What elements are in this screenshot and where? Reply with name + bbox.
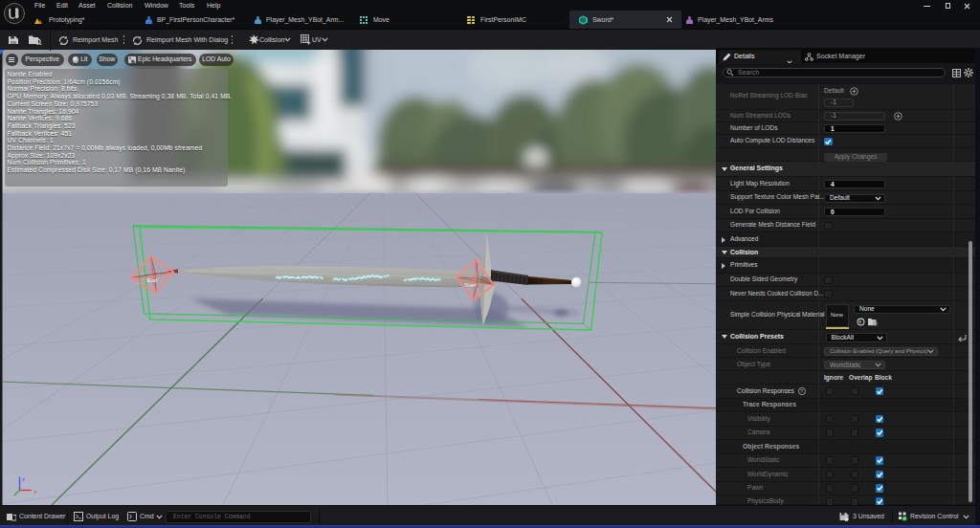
svg-text:x: x — [34, 489, 37, 495]
svg-text:End: End — [147, 277, 158, 283]
svg-text:Start: Start — [464, 282, 477, 288]
svg-text:z: z — [22, 476, 25, 482]
